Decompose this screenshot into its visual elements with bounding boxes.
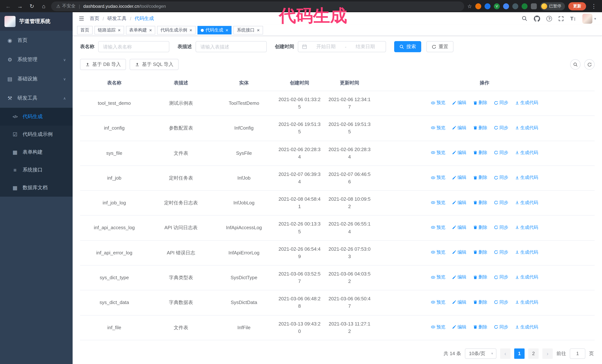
- goto-page-input[interactable]: [570, 348, 585, 359]
- tab-表单构建[interactable]: 表单构建×: [126, 26, 155, 34]
- sidebar-item-codegen-example[interactable]: ☑ 代码生成示例: [0, 125, 73, 143]
- forward-icon[interactable]: →: [16, 2, 24, 10]
- preview-link[interactable]: 预览: [431, 249, 445, 256]
- next-page-button[interactable]: ›: [542, 348, 553, 359]
- edit-link[interactable]: 编辑: [452, 274, 466, 281]
- font-size-icon[interactable]: T↕: [570, 16, 576, 21]
- edit-link[interactable]: 编辑: [452, 149, 466, 156]
- import-db-button[interactable]: 基于 DB 导入: [80, 59, 126, 70]
- fullscreen-icon[interactable]: [559, 16, 564, 21]
- edit-link[interactable]: 编辑: [452, 99, 466, 106]
- sidebar-item-codegen[interactable]: </> 代码生成: [0, 108, 73, 125]
- extension-icon-3[interactable]: V: [494, 3, 500, 9]
- generate-code-link[interactable]: 生成代码: [515, 249, 538, 256]
- extension-icon-2[interactable]: [484, 3, 491, 9]
- bookmark-star-icon[interactable]: ☆: [467, 3, 472, 9]
- delete-link[interactable]: 删除: [473, 224, 487, 231]
- edit-link[interactable]: 编辑: [452, 324, 466, 331]
- delete-link[interactable]: 删除: [473, 149, 487, 156]
- sidebar-logo[interactable]: 芋道管理系统: [0, 12, 73, 31]
- tab-链路追踪[interactable]: 链路追踪×: [95, 26, 124, 34]
- generate-code-link[interactable]: 生成代码: [515, 324, 538, 331]
- home-icon[interactable]: ⌂: [39, 2, 48, 10]
- sync-link[interactable]: 同步: [494, 299, 508, 305]
- tab-代码生成示例[interactable]: 代码生成示例×: [157, 26, 195, 34]
- create-time-range-picker[interactable]: 开始日期 - 结束日期: [298, 41, 386, 52]
- sync-link[interactable]: 同步: [494, 174, 508, 181]
- refresh-table-button[interactable]: [584, 59, 595, 70]
- toggle-search-button[interactable]: [570, 59, 580, 70]
- back-icon[interactable]: ←: [4, 2, 13, 10]
- sync-link[interactable]: 同步: [494, 274, 508, 281]
- hamburger-icon[interactable]: [78, 16, 85, 21]
- edit-link[interactable]: 编辑: [452, 249, 466, 256]
- generate-code-link[interactable]: 生成代码: [515, 124, 538, 131]
- user-avatar-menu[interactable]: ▾: [582, 13, 596, 23]
- search-icon[interactable]: [522, 16, 528, 21]
- tab-系统接口[interactable]: 系统接口×: [234, 26, 263, 34]
- edit-link[interactable]: 编辑: [452, 174, 466, 181]
- close-icon[interactable]: ×: [189, 28, 192, 32]
- prev-page-button[interactable]: ‹: [500, 348, 510, 359]
- import-sql-button[interactable]: 基于 SQL 导入: [130, 59, 179, 70]
- address-bar[interactable]: ⚠ 不安全 | dashboard.yudao.iocoder.cn/tool/…: [51, 1, 464, 11]
- generate-code-link[interactable]: 生成代码: [515, 149, 538, 156]
- extension-icon-6[interactable]: [522, 3, 527, 9]
- search-button[interactable]: 搜索: [394, 41, 421, 52]
- delete-link[interactable]: 删除: [473, 274, 487, 281]
- menu-kebab-icon[interactable]: ⋮: [589, 2, 598, 10]
- sidebar-item-system-management[interactable]: ⚙ 系统管理 ∨: [0, 50, 73, 69]
- sidebar-item-infrastructure[interactable]: ▤ 基础设施 ∨: [0, 69, 73, 89]
- edit-link[interactable]: 编辑: [452, 199, 466, 206]
- preview-link[interactable]: 预览: [431, 199, 445, 206]
- sync-link[interactable]: 同步: [494, 249, 508, 256]
- sidebar-item-home[interactable]: ◉ 首页: [0, 31, 73, 50]
- delete-link[interactable]: 删除: [473, 99, 487, 106]
- preview-link[interactable]: 预览: [431, 299, 445, 305]
- page-size-select[interactable]: 10条/页 ▾: [465, 348, 496, 359]
- extension-icon-4[interactable]: [503, 3, 509, 9]
- sync-link[interactable]: 同步: [494, 199, 508, 206]
- extension-icon-1[interactable]: [475, 3, 481, 9]
- update-button[interactable]: 更新: [568, 2, 586, 10]
- sync-link[interactable]: 同步: [494, 124, 508, 131]
- delete-link[interactable]: 删除: [473, 199, 487, 206]
- edit-link[interactable]: 编辑: [452, 124, 466, 131]
- preview-link[interactable]: 预览: [431, 99, 445, 106]
- breadcrumb-dev-tools[interactable]: 研发工具: [107, 15, 127, 22]
- preview-link[interactable]: 预览: [431, 274, 445, 281]
- preview-link[interactable]: 预览: [431, 149, 445, 156]
- delete-link[interactable]: 删除: [473, 124, 487, 131]
- delete-link[interactable]: 删除: [473, 324, 487, 331]
- reset-button[interactable]: 重置: [426, 41, 453, 52]
- tab-首页[interactable]: 首页: [77, 26, 93, 34]
- github-icon[interactable]: [534, 15, 540, 22]
- extension-icon-5[interactable]: [512, 3, 518, 9]
- table-desc-input[interactable]: [196, 41, 267, 52]
- tab-代码生成[interactable]: 代码生成×: [197, 26, 232, 34]
- page-button-2[interactable]: 2: [528, 348, 539, 359]
- preview-link[interactable]: 预览: [431, 224, 445, 231]
- close-icon[interactable]: ×: [149, 28, 152, 32]
- generate-code-link[interactable]: 生成代码: [515, 274, 538, 281]
- sidebar-item-db-doc[interactable]: ▦ 数据库文档: [0, 179, 73, 197]
- generate-code-link[interactable]: 生成代码: [515, 174, 538, 181]
- sync-link[interactable]: 同步: [494, 224, 508, 231]
- extensions-puzzle-icon[interactable]: [531, 3, 537, 9]
- generate-code-link[interactable]: 生成代码: [515, 299, 538, 305]
- sync-link[interactable]: 同步: [494, 149, 508, 156]
- generate-code-link[interactable]: 生成代码: [515, 199, 538, 206]
- sync-link[interactable]: 同步: [494, 324, 508, 331]
- delete-link[interactable]: 删除: [473, 249, 487, 256]
- breadcrumb-home[interactable]: 首页: [90, 15, 99, 22]
- sync-link[interactable]: 同步: [494, 99, 508, 106]
- table-name-input[interactable]: [98, 41, 169, 52]
- sidebar-item-dev-tools[interactable]: ⚒ 研发工具 ∧: [0, 89, 73, 108]
- generate-code-link[interactable]: 生成代码: [515, 224, 538, 231]
- help-icon[interactable]: ?: [547, 16, 552, 21]
- delete-link[interactable]: 删除: [473, 174, 487, 181]
- delete-link[interactable]: 删除: [473, 299, 487, 305]
- edit-link[interactable]: 编辑: [452, 224, 466, 231]
- preview-link[interactable]: 预览: [431, 174, 445, 181]
- close-icon[interactable]: ×: [257, 28, 260, 32]
